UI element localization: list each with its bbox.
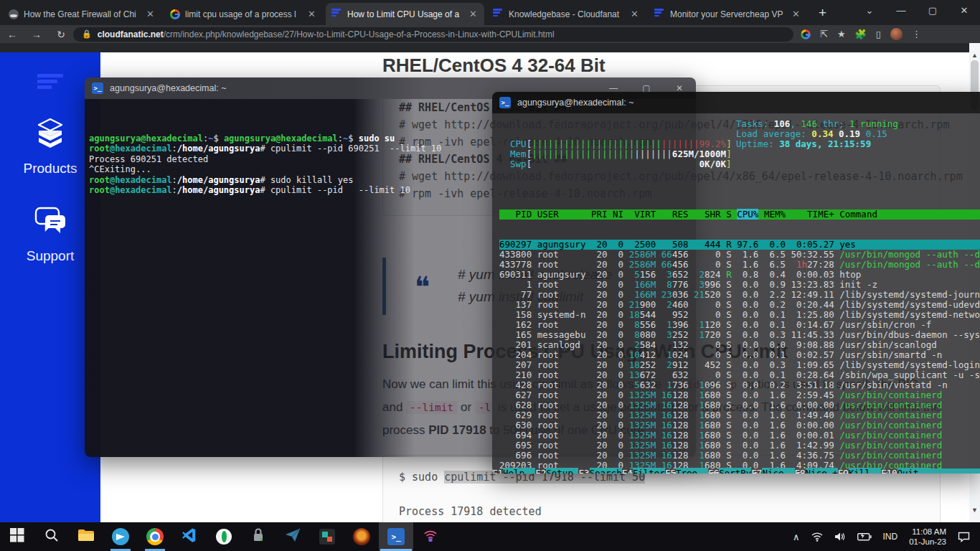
game[interactable]: [344, 522, 379, 551]
htop-row[interactable]: 201 scanlogd 20 0 2584 132 0 S 0.0 0.0 9…: [499, 340, 980, 350]
clock[interactable]: 11:08 AM 01-Jun-23: [909, 527, 946, 547]
tab-close-icon[interactable]: ✕: [306, 9, 317, 19]
vpn-lock-app[interactable]: [241, 522, 275, 551]
google-icon[interactable]: [801, 29, 810, 39]
htop-row[interactable]: 630 root 20 0 1325M 16128 1680 S 0.0 1.6…: [499, 420, 980, 430]
htop-row[interactable]: 433778 root 20 0 2586M 66456 0 S 1.6 6.5…: [499, 260, 980, 270]
paper-plane-icon: [285, 528, 301, 545]
htop-row[interactable]: 158 systemd-n 20 0 18544 952 0 S 0.0 0.1…: [499, 310, 980, 320]
snip-icon: [319, 529, 335, 545]
vscode[interactable]: [172, 522, 207, 551]
search-button[interactable]: [34, 522, 69, 551]
address-bar[interactable]: 🔒 cloudfanatic.net/crm/index.php/knowled…: [73, 27, 793, 42]
htop-row[interactable]: 433800 root 20 0 2586M 66456 0 S 1.6 6.5…: [499, 250, 980, 260]
tab-3[interactable]: How to Limit CPU Usage of a✕: [326, 3, 484, 25]
windows-terminal[interactable]: >_: [379, 522, 413, 551]
scroll-down-icon[interactable]: ▼: [969, 507, 980, 514]
fkey-f1[interactable]: F1Help: [492, 468, 535, 474]
htop-row[interactable]: 690297 agungsury 20 0 2500 508 444 R 97.…: [499, 240, 980, 250]
back-icon[interactable]: ←: [0, 29, 24, 40]
htop-row[interactable]: 207 root 20 0 18252 2912 452 S 0.0 0.3 1…: [499, 360, 980, 370]
powershell-icon: >_: [92, 83, 103, 94]
tab-1[interactable]: How the Great Firewall of Chi✕: [3, 3, 161, 25]
chrome[interactable]: [138, 522, 172, 551]
chrome-icon: [146, 528, 164, 545]
minimize-icon[interactable]: —: [885, 0, 917, 22]
new-tab-button[interactable]: +: [814, 5, 831, 21]
date: 01-Jun-23: [909, 537, 946, 547]
tab-2[interactable]: limit cpu usage of a process l✕: [164, 3, 323, 25]
file-explorer[interactable]: [69, 522, 103, 551]
support-chat-icon: [30, 204, 70, 238]
fkey-f6[interactable]: F6SortBy: [708, 468, 751, 474]
site-topbar: [0, 43, 980, 52]
hotspot-icon: [423, 528, 438, 545]
fkey-f10[interactable]: F10Quit: [881, 468, 930, 474]
mongodb-compass[interactable]: [207, 522, 241, 551]
reload-icon[interactable]: ↻: [49, 29, 73, 40]
fkey-f7[interactable]: F7Nice -: [751, 468, 794, 474]
fkey-f9[interactable]: F9Kill: [838, 468, 881, 474]
page-title: RHEL/CentOS 4 32-64 Bit: [382, 55, 941, 77]
scroll-up-icon[interactable]: ▲: [969, 52, 980, 59]
htop-row[interactable]: 629 root 20 0 1325M 16128 1680 S 0.0 1.6…: [499, 410, 980, 420]
fkey-f8[interactable]: F8Nice +: [795, 468, 838, 474]
htop-row[interactable]: 204 root 20 0 10412 1024 0 S 0.0 0.1 0:0…: [499, 350, 980, 360]
speaker-icon[interactable]: [834, 532, 846, 542]
tab-close-icon[interactable]: ✕: [791, 9, 801, 19]
menu-icon[interactable]: ⋮: [912, 29, 921, 39]
mongodb-icon: [216, 529, 232, 545]
htop-header-row[interactable]: PID USER PRI NI VIRT RES SHR S CPU% MEM%…: [499, 209, 980, 220]
tray-expand-icon[interactable]: ∧: [793, 532, 800, 542]
telegram-icon: [112, 528, 129, 545]
tab-close-icon[interactable]: ✕: [468, 9, 479, 19]
sidepanel-icon[interactable]: ▯: [876, 29, 881, 39]
tab-close-icon[interactable]: ✕: [145, 9, 156, 19]
hotspot-app[interactable]: [413, 522, 448, 551]
tab-4[interactable]: Knowledgebase - Cloudfanat✕: [487, 3, 646, 25]
htop-row[interactable]: 694 root 20 0 1325M 16128 1680 S 0.0 1.6…: [499, 430, 980, 441]
battery-icon[interactable]: [857, 532, 872, 541]
wifi-icon[interactable]: [811, 532, 823, 542]
forward-icon[interactable]: →: [24, 29, 49, 40]
htop-row[interactable]: 162 root 20 0 8556 1396 1120 S 0.0 0.1 0…: [499, 320, 980, 330]
htop-process-list[interactable]: 690297 agungsury 20 0 2500 508 444 R 97.…: [499, 240, 980, 474]
htop-row[interactable]: 137 root 20 0 21900 2460 0 S 0.0 0.2 0:2…: [499, 300, 980, 310]
fkey-f4[interactable]: F4Filter: [622, 468, 665, 474]
htop-row[interactable]: 690311 agungsury 20 0 5156 3652 2824 R 0…: [499, 270, 980, 280]
tab-title: Knowledgebase - Cloudfanat: [509, 9, 624, 19]
avatar[interactable]: [890, 28, 903, 40]
cloudfanatic-favicon-icon: [493, 9, 504, 19]
htop-row[interactable]: 696 root 20 0 1325M 16128 1680 S 0.0 1.6…: [499, 451, 980, 461]
htop-row[interactable]: 627 root 20 0 1325M 16128 1680 S 0.0 1.6…: [499, 390, 980, 400]
terminal-title-bar[interactable]: >_ agungsurya@hexadecimal: ~: [492, 92, 980, 113]
fkey-f5[interactable]: F5Tree: [665, 468, 708, 474]
tab-5[interactable]: Monitor your Servercheap VP✕: [649, 3, 807, 25]
htop-row[interactable]: 695 root 20 0 1325M 16128 1680 S 0.0 1.6…: [499, 441, 980, 451]
fkey-f2[interactable]: F2Setup: [535, 468, 578, 474]
tab-close-icon[interactable]: ✕: [629, 9, 640, 19]
extensions-icon[interactable]: 🧩: [855, 29, 867, 39]
powershell-icon: >_: [499, 97, 511, 108]
htop-row[interactable]: 428 root 20 0 5632 1736 1096 S 0.0 0.2 3…: [499, 380, 980, 390]
fkey-f3[interactable]: F3Search: [578, 468, 621, 474]
share-icon[interactable]: ⇱: [820, 29, 828, 39]
language-indicator[interactable]: IND: [883, 532, 898, 542]
htop-row[interactable]: 77 root 20 0 166M 23036 21520 S 0.0 2.2 …: [499, 290, 980, 300]
close-icon[interactable]: ✕: [948, 0, 980, 22]
maximize-icon[interactable]: ▢: [917, 0, 948, 22]
htop-row[interactable]: 165 messagebu 20 0 8080 3252 1720 S 0.0 …: [499, 330, 980, 340]
htop-row[interactable]: 628 root 20 0 1325M 16128 1680 S 0.0 1.6…: [499, 400, 980, 410]
cloudfanatic-logo-icon[interactable]: [37, 74, 63, 89]
time: 11:08 AM: [909, 527, 946, 537]
send-app[interactable]: [275, 522, 310, 551]
star-icon[interactable]: ★: [837, 29, 846, 39]
terminal-window-htop[interactable]: >_ agungsurya@hexadecimal: ~ CPU[|||||||…: [492, 92, 980, 474]
start-button[interactable]: [0, 522, 34, 551]
tab-search-icon[interactable]: ⌄: [854, 0, 885, 22]
htop-row[interactable]: 210 root 20 0 13672 632 0 S 0.0 0.1 0:28…: [499, 370, 980, 380]
snipping-tool[interactable]: [310, 522, 344, 551]
notification-icon[interactable]: [958, 532, 970, 542]
htop-row[interactable]: 1 root 20 0 166M 8776 3996 S 0.0 0.9 13:…: [499, 280, 980, 290]
telegram[interactable]: [103, 522, 138, 551]
